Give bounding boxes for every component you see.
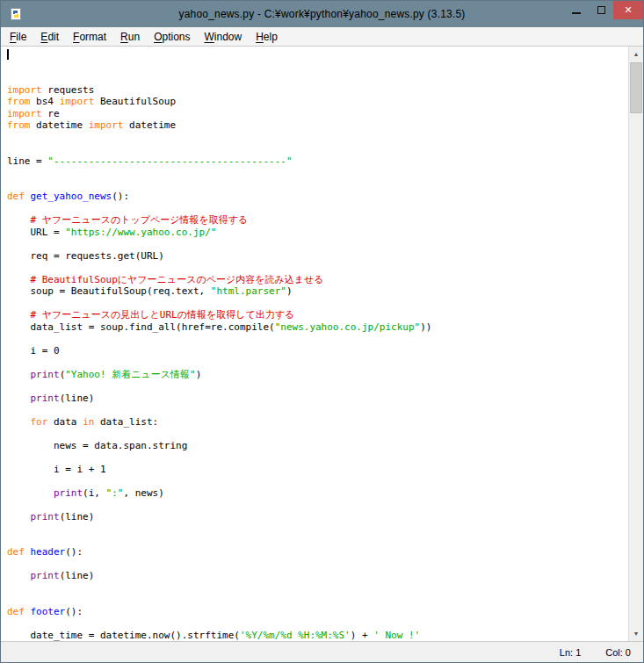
code-line	[7, 451, 628, 464]
code-line: data_list = soup.find_all(href=re.compil…	[7, 321, 628, 334]
menu-item-file[interactable]: File	[3, 27, 33, 46]
vertical-scrollbar: ▲ ▼	[628, 47, 643, 641]
code-line	[7, 167, 628, 179]
text-caret	[7, 49, 9, 60]
code-line: print("Yahoo! 新着ニュース情報")	[7, 369, 628, 381]
code-line	[7, 582, 628, 595]
caption-buttons: ✕	[564, 1, 643, 19]
code-line	[7, 298, 628, 310]
code-line: import requests	[7, 84, 628, 97]
status-bar: Ln: 1 Col: 0	[1, 641, 643, 662]
code-line	[7, 404, 628, 416]
code-line	[7, 357, 628, 369]
code-line: print(i, ":", news)	[7, 487, 628, 500]
menu-item-format[interactable]: Format	[66, 27, 113, 46]
code-line: soup = BeautifulSoup(req.text, "html.par…	[7, 285, 628, 298]
code-line: def get_yahoo_news():	[7, 191, 628, 203]
code-line: # ヤフーニュースのトップページ情報を取得する	[7, 214, 628, 227]
minimize-icon	[572, 12, 581, 14]
code-line	[7, 132, 628, 144]
code-line: i = i + 1	[7, 464, 628, 476]
code-line: from datetime import datetime	[7, 119, 628, 132]
app-icon[interactable]	[9, 7, 23, 21]
status-column-number: Col: 0	[593, 647, 643, 658]
window-title: yahoo_news.py - C:¥work¥python¥yahoo_new…	[1, 8, 643, 20]
code-line: line = "--------------------------------…	[7, 155, 628, 168]
code-area: import requestsfrom bs4 import Beautiful…	[7, 84, 628, 642]
scroll-up-icon: ▲	[633, 51, 640, 57]
code-line	[7, 594, 628, 606]
code-line	[7, 179, 628, 191]
window: yahoo_news.py - C:¥work¥python¥yahoo_new…	[0, 0, 644, 663]
code-line	[7, 333, 628, 345]
scroll-up-button[interactable]: ▲	[629, 47, 643, 61]
code-line: # BeautifulSoupにヤフーニュースのページ内容を読み込ませる	[7, 274, 628, 286]
code-line: news = data.span.string	[7, 440, 628, 452]
code-line	[7, 380, 628, 393]
scroll-down-button[interactable]: ▼	[629, 626, 643, 641]
code-line: URL = "https://www.yahoo.co.jp/"	[7, 227, 628, 239]
menu-bar: FileEditFormatRunOptionsWindowHelp	[1, 27, 643, 47]
maximize-button[interactable]	[589, 1, 613, 19]
code-line	[7, 535, 628, 547]
editor-body: import requestsfrom bs4 import Beautiful…	[1, 47, 643, 641]
code-line: from bs4 import BeautifulSoup	[7, 96, 628, 108]
code-line: req = requests.get(URL)	[7, 250, 628, 263]
code-line: # ヤフーニュースの見出しとURLの情報を取得して出力する	[7, 309, 628, 321]
code-line	[7, 203, 628, 215]
scrollbar-thumb[interactable]	[630, 62, 642, 113]
code-line: for data in data_list:	[7, 416, 628, 429]
code-line: def header():	[7, 546, 628, 559]
code-line	[7, 428, 628, 440]
editor[interactable]: import requestsfrom bs4 import Beautiful…	[1, 47, 628, 641]
menu-item-options[interactable]: Options	[147, 27, 197, 46]
minimize-button[interactable]	[564, 1, 589, 19]
code-line: date_time = datetime.now().strftime('%Y/…	[7, 630, 628, 642]
code-line: i = 0	[7, 345, 628, 357]
menu-item-edit[interactable]: Edit	[33, 27, 66, 46]
code-line	[7, 559, 628, 571]
status-line-number: Ln: 1	[547, 647, 593, 658]
code-line	[7, 522, 628, 535]
code-line: import re	[7, 108, 628, 120]
close-button[interactable]: ✕	[613, 1, 643, 19]
title-bar[interactable]: yahoo_news.py - C:¥work¥python¥yahoo_new…	[1, 1, 643, 27]
close-icon: ✕	[624, 4, 632, 16]
code-line: print(line)	[7, 511, 628, 523]
code-line: print(line)	[7, 393, 628, 405]
code-line	[7, 617, 628, 630]
code-line: def footer():	[7, 606, 628, 618]
menu-item-help[interactable]: Help	[249, 27, 285, 46]
code-line	[7, 475, 628, 487]
menu-item-window[interactable]: Window	[198, 27, 250, 46]
code-line: print(line)	[7, 570, 628, 582]
code-line	[7, 238, 628, 250]
scroll-down-icon: ▼	[633, 631, 640, 637]
code-line	[7, 499, 628, 511]
code-line	[7, 262, 628, 274]
scrollbar-track[interactable]	[629, 61, 643, 626]
maximize-icon	[597, 6, 605, 14]
menu-item-run[interactable]: Run	[113, 27, 147, 46]
code-line	[7, 143, 628, 155]
